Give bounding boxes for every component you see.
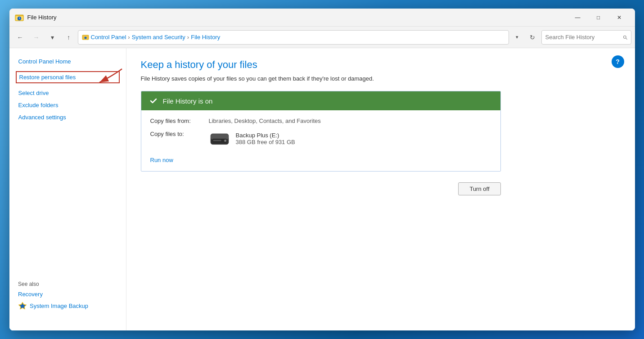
close-button[interactable]: ✕ — [609, 10, 630, 25]
svg-rect-16 — [213, 140, 221, 141]
run-now-row: Run now — [150, 153, 491, 164]
turn-off-button[interactable]: Turn off — [458, 182, 500, 195]
fh-body: Copy files from: Libraries, Desktop, Con… — [141, 110, 500, 171]
page-title: Keep a history of your files — [141, 59, 621, 71]
svg-point-15 — [225, 140, 226, 141]
svg-line-6 — [626, 38, 627, 39]
system-image-backup-row: System Image Backup — [9, 299, 98, 312]
sidebar-control-panel-home[interactable]: Control Panel Home — [9, 55, 126, 68]
fh-copy-from-value: Libraries, Desktop, Contacts, and Favori… — [209, 118, 321, 124]
window-title: File History — [27, 14, 567, 21]
search-box — [541, 30, 631, 45]
run-now-link[interactable]: Run now — [150, 157, 173, 163]
breadcrumb-control-panel[interactable]: Control Panel — [91, 34, 126, 41]
content-area: ? Keep a history of your files File Hist… — [126, 48, 635, 330]
sidebar-restore-personal-files[interactable]: Restore personal files — [16, 71, 120, 83]
turn-off-section: Turn off — [141, 182, 501, 195]
fh-copy-to-row: Copy files to: — [150, 131, 491, 147]
fh-drive-info: Backup Plus (E:) 388 GB free of 931 GB — [209, 131, 295, 147]
fh-status-title: File History is on — [163, 97, 213, 105]
drive-name: Backup Plus (E:) — [236, 132, 295, 139]
drive-size: 388 GB free of 931 GB — [236, 139, 295, 145]
see-also-section: See also Recovery System Image Backup — [9, 272, 98, 312]
refresh-button[interactable]: ↻ — [525, 30, 540, 45]
fh-status-icon — [149, 96, 158, 106]
fh-status-header: File History is on — [141, 91, 500, 110]
back-button[interactable]: ← — [13, 30, 27, 45]
svg-point-4 — [84, 36, 86, 39]
main-content: Control Panel Home Restore personal file… — [9, 48, 635, 330]
breadcrumb-sep-2: › — [187, 34, 189, 41]
sidebar: Control Panel Home Restore personal file… — [9, 48, 126, 330]
address-path: Control Panel › System and Security › Fi… — [78, 30, 509, 45]
page-description: File History saves copies of your files … — [141, 75, 621, 82]
fh-copy-from-row: Copy files from: Libraries, Desktop, Con… — [150, 118, 491, 124]
forward-button[interactable]: → — [29, 30, 44, 45]
sidebar-system-image-backup[interactable]: System Image Backup — [30, 303, 88, 309]
title-bar: File History — □ ✕ — [9, 9, 635, 27]
address-bar: ← → ▾ ↑ Control Panel › System and Secur… — [9, 27, 635, 48]
see-also-label: See also — [9, 272, 98, 289]
drive-details: Backup Plus (E:) 388 GB free of 931 GB — [236, 132, 295, 145]
svg-rect-12 — [211, 134, 229, 140]
minimize-button[interactable]: — — [567, 10, 588, 25]
sidebar-exclude-folders[interactable]: Exclude folders — [9, 99, 126, 111]
search-input[interactable] — [545, 34, 621, 41]
up-button[interactable]: ↑ — [62, 30, 76, 45]
window-controls: — □ ✕ — [567, 10, 630, 25]
file-history-icon — [15, 13, 24, 22]
path-dropdown-button[interactable]: ▾ — [511, 30, 523, 45]
control-panel-icon — [82, 34, 89, 41]
sidebar-recovery[interactable]: Recovery — [9, 289, 98, 299]
main-window: File History — □ ✕ ← → ▾ ↑ Control Panel… — [9, 9, 635, 330]
system-image-icon — [18, 301, 27, 310]
breadcrumb-sep-1: › — [128, 34, 130, 41]
fh-copy-from-label: Copy files from: — [150, 118, 209, 124]
breadcrumb-file-history[interactable]: File History — [191, 34, 220, 41]
help-button[interactable]: ? — [612, 55, 624, 68]
search-icon — [623, 34, 627, 41]
drive-icon — [209, 131, 230, 147]
sidebar-advanced-settings[interactable]: Advanced settings — [9, 111, 126, 123]
fh-copy-to-label: Copy files to: — [150, 131, 209, 137]
file-history-box: File History is on Copy files from: Libr… — [141, 91, 501, 172]
maximize-button[interactable]: □ — [588, 10, 609, 25]
sidebar-select-drive[interactable]: Select drive — [9, 87, 126, 99]
dropdown-button[interactable]: ▾ — [45, 30, 60, 45]
breadcrumb-system-security[interactable]: System and Security — [132, 34, 185, 41]
